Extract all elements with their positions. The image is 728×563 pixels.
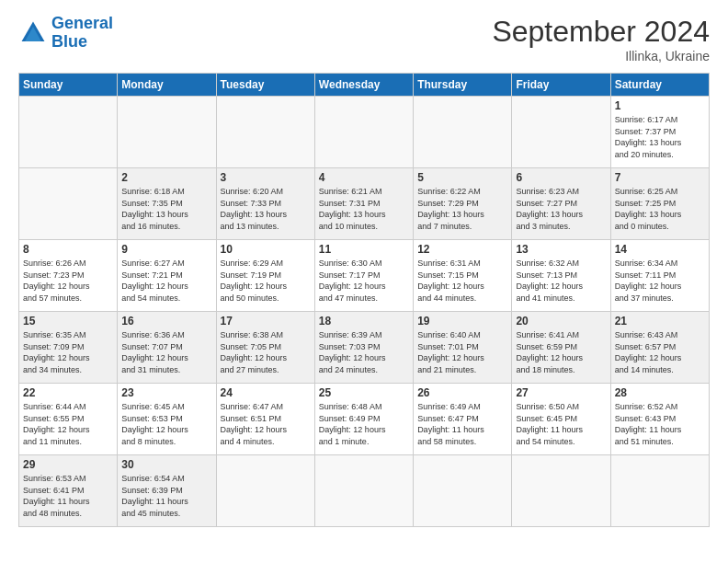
calendar-week-5: 22Sunrise: 6:44 AMSunset: 6:55 PMDayligh… — [19, 384, 710, 455]
day-info: Sunrise: 6:18 AMSunset: 7:35 PMDaylight:… — [121, 187, 188, 231]
day-number: 5 — [417, 171, 507, 184]
table-row: 21Sunrise: 6:43 AMSunset: 6:57 PMDayligh… — [610, 312, 709, 384]
day-info: Sunrise: 6:17 AMSunset: 7:37 PMDaylight:… — [615, 115, 682, 159]
day-number: 27 — [516, 386, 606, 399]
table-row: 10Sunrise: 6:29 AMSunset: 7:19 PMDayligh… — [216, 240, 314, 312]
calendar-week-4: 15Sunrise: 6:35 AMSunset: 7:09 PMDayligh… — [19, 312, 710, 384]
table-row: 30Sunrise: 6:54 AMSunset: 6:39 PMDayligh… — [118, 455, 216, 527]
day-info: Sunrise: 6:41 AMSunset: 6:59 PMDaylight:… — [516, 330, 583, 374]
day-number: 13 — [516, 243, 606, 256]
day-number: 25 — [319, 386, 409, 399]
empty-cell — [512, 97, 610, 168]
day-info: Sunrise: 6:26 AMSunset: 7:23 PMDaylight:… — [23, 259, 90, 303]
empty-cell — [19, 168, 118, 240]
table-row: 13Sunrise: 6:32 AMSunset: 7:13 PMDayligh… — [512, 240, 610, 312]
day-info: Sunrise: 6:47 AMSunset: 6:51 PMDaylight:… — [221, 402, 288, 446]
day-info: Sunrise: 6:36 AMSunset: 7:07 PMDaylight:… — [121, 330, 188, 374]
title-block: September 2024 Illinka, Ukraine — [492, 15, 710, 63]
day-number: 28 — [615, 386, 705, 399]
location-subtitle: Illinka, Ukraine — [492, 49, 710, 63]
day-number: 19 — [417, 315, 507, 327]
calendar-week-1: 1Sunrise: 6:17 AMSunset: 7:37 PMDaylight… — [19, 97, 710, 168]
table-row: 5Sunrise: 6:22 AMSunset: 7:29 PMDaylight… — [414, 168, 512, 240]
calendar-week-3: 8Sunrise: 6:26 AMSunset: 7:23 PMDaylight… — [19, 240, 710, 312]
day-number: 14 — [615, 243, 705, 256]
day-info: Sunrise: 6:44 AMSunset: 6:55 PMDaylight:… — [23, 402, 90, 446]
calendar-page: General Blue September 2024 Illinka, Ukr… — [0, 0, 728, 563]
table-row: 26Sunrise: 6:49 AMSunset: 6:47 PMDayligh… — [414, 384, 512, 455]
empty-cell — [314, 97, 413, 168]
day-number: 20 — [516, 315, 606, 327]
day-info: Sunrise: 6:30 AMSunset: 7:17 PMDaylight:… — [319, 259, 386, 303]
table-row — [216, 455, 314, 527]
table-row: 23Sunrise: 6:45 AMSunset: 6:53 PMDayligh… — [118, 384, 216, 455]
day-number: 6 — [516, 171, 606, 184]
table-row: 28Sunrise: 6:52 AMSunset: 6:43 PMDayligh… — [610, 384, 709, 455]
logo-general: General — [51, 14, 113, 32]
table-row: 4Sunrise: 6:21 AMSunset: 7:31 PMDaylight… — [314, 168, 413, 240]
day-number: 4 — [319, 171, 409, 184]
day-number: 18 — [319, 315, 409, 327]
empty-cell — [19, 97, 118, 168]
day-info: Sunrise: 6:20 AMSunset: 7:33 PMDaylight:… — [221, 187, 288, 231]
day-info: Sunrise: 6:45 AMSunset: 6:53 PMDaylight:… — [121, 402, 188, 446]
day-info: Sunrise: 6:32 AMSunset: 7:13 PMDaylight:… — [516, 259, 583, 303]
col-header-tuesday: Tuesday — [216, 74, 314, 97]
month-title: September 2024 — [492, 15, 710, 49]
col-header-friday: Friday — [512, 74, 610, 97]
calendar-table: SundayMondayTuesdayWednesdayThursdayFrid… — [18, 73, 710, 527]
table-row: 6Sunrise: 6:23 AMSunset: 7:27 PMDaylight… — [512, 168, 610, 240]
table-row: 27Sunrise: 6:50 AMSunset: 6:45 PMDayligh… — [512, 384, 610, 455]
table-row — [414, 455, 512, 527]
table-row: 19Sunrise: 6:40 AMSunset: 7:01 PMDayligh… — [414, 312, 512, 384]
col-header-wednesday: Wednesday — [314, 74, 413, 97]
calendar-week-2: 2Sunrise: 6:18 AMSunset: 7:35 PMDaylight… — [19, 168, 710, 240]
day-info: Sunrise: 6:29 AMSunset: 7:19 PMDaylight:… — [221, 259, 288, 303]
day-info: Sunrise: 6:52 AMSunset: 6:43 PMDaylight:… — [615, 402, 682, 446]
day-number: 30 — [121, 458, 211, 471]
table-row — [314, 455, 413, 527]
day-number: 15 — [23, 315, 113, 327]
day-info: Sunrise: 6:31 AMSunset: 7:15 PMDaylight:… — [417, 259, 484, 303]
table-row: 24Sunrise: 6:47 AMSunset: 6:51 PMDayligh… — [216, 384, 314, 455]
day-info: Sunrise: 6:22 AMSunset: 7:29 PMDaylight:… — [417, 187, 484, 231]
day-info: Sunrise: 6:49 AMSunset: 6:47 PMDaylight:… — [417, 402, 484, 446]
table-row: 3Sunrise: 6:20 AMSunset: 7:33 PMDaylight… — [216, 168, 314, 240]
day-number: 16 — [121, 315, 211, 327]
table-row — [610, 455, 709, 527]
col-header-thursday: Thursday — [414, 74, 512, 97]
day-number: 22 — [23, 386, 113, 399]
day-number: 24 — [221, 386, 311, 399]
table-row: 20Sunrise: 6:41 AMSunset: 6:59 PMDayligh… — [512, 312, 610, 384]
day-info: Sunrise: 6:21 AMSunset: 7:31 PMDaylight:… — [319, 187, 386, 231]
day-info: Sunrise: 6:35 AMSunset: 7:09 PMDaylight:… — [23, 330, 90, 374]
day-number: 1 — [615, 99, 705, 112]
day-info: Sunrise: 6:53 AMSunset: 6:41 PMDaylight:… — [23, 474, 90, 518]
table-row: 12Sunrise: 6:31 AMSunset: 7:15 PMDayligh… — [414, 240, 512, 312]
logo: General Blue — [18, 15, 113, 52]
table-row: 29Sunrise: 6:53 AMSunset: 6:41 PMDayligh… — [19, 455, 118, 527]
day-info: Sunrise: 6:27 AMSunset: 7:21 PMDaylight:… — [121, 259, 188, 303]
day-info: Sunrise: 6:43 AMSunset: 6:57 PMDaylight:… — [615, 330, 682, 374]
day-info: Sunrise: 6:23 AMSunset: 7:27 PMDaylight:… — [516, 187, 583, 231]
day-number: 10 — [221, 243, 311, 256]
day-number: 21 — [615, 315, 705, 327]
table-row: 25Sunrise: 6:48 AMSunset: 6:49 PMDayligh… — [314, 384, 413, 455]
day-number: 8 — [23, 243, 113, 256]
logo-icon — [18, 18, 48, 48]
table-row: 14Sunrise: 6:34 AMSunset: 7:11 PMDayligh… — [610, 240, 709, 312]
table-row: 18Sunrise: 6:39 AMSunset: 7:03 PMDayligh… — [314, 312, 413, 384]
table-row: 2Sunrise: 6:18 AMSunset: 7:35 PMDaylight… — [118, 168, 216, 240]
calendar-week-6: 29Sunrise: 6:53 AMSunset: 6:41 PMDayligh… — [19, 455, 710, 527]
day-info: Sunrise: 6:48 AMSunset: 6:49 PMDaylight:… — [319, 402, 386, 446]
header: General Blue September 2024 Illinka, Ukr… — [18, 15, 710, 63]
day-info: Sunrise: 6:34 AMSunset: 7:11 PMDaylight:… — [615, 259, 682, 303]
col-header-sunday: Sunday — [19, 74, 118, 97]
day-number: 17 — [221, 315, 311, 327]
day-number: 29 — [23, 458, 113, 471]
table-row: 9Sunrise: 6:27 AMSunset: 7:21 PMDaylight… — [118, 240, 216, 312]
day-number: 11 — [319, 243, 409, 256]
day-info: Sunrise: 6:38 AMSunset: 7:05 PMDaylight:… — [221, 330, 288, 374]
table-row: 17Sunrise: 6:38 AMSunset: 7:05 PMDayligh… — [216, 312, 314, 384]
empty-cell — [118, 97, 216, 168]
